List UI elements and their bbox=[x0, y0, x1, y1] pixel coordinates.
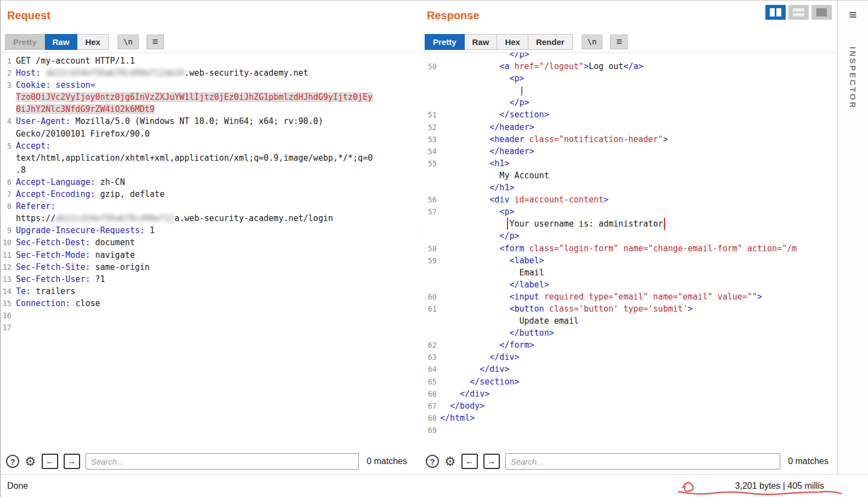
code-text: Tzo0OiJVc2VyIjoy0ntz0jg6InVzZXJuYW1lIjtz… bbox=[16, 91, 416, 103]
code-text: Update email bbox=[440, 315, 837, 327]
code-text: Sec-Fetch-Mode: navigate bbox=[16, 249, 416, 261]
tab-pretty[interactable]: Pretty bbox=[425, 34, 465, 50]
response-editor[interactable]: </p>50 <a href="/logout">Log out</a> <p>… bbox=[420, 52, 837, 449]
response-size-time: 3,201 bytes | 405 millis bbox=[735, 481, 824, 491]
code-text: Connection: close bbox=[16, 297, 416, 309]
request-search-input[interactable] bbox=[86, 453, 359, 470]
line-number: 68 bbox=[420, 412, 437, 424]
code-text: </label> bbox=[440, 279, 837, 291]
layout-rows-button[interactable] bbox=[788, 5, 809, 20]
layout-columns-button[interactable] bbox=[765, 5, 786, 20]
code-line: 11Sec-Fetch-Mode: navigate bbox=[1, 249, 416, 261]
code-line: 10Sec-Fetch-Dest: document bbox=[1, 236, 416, 248]
tab-pretty: Pretty bbox=[5, 34, 45, 50]
code-line: </button> bbox=[420, 327, 837, 339]
code-text: Accept-Encoding: gzip, deflate bbox=[16, 188, 416, 200]
layout-single-icon bbox=[816, 8, 827, 16]
layout-rows-icon bbox=[793, 8, 804, 16]
response-searchbar: ? ⚙ ← → 0 matches bbox=[420, 449, 837, 474]
code-text: My Account bbox=[440, 170, 837, 182]
response-search-input[interactable] bbox=[505, 453, 781, 470]
response-panel: Response PrettyRawHexRender \n ≡ </p>50 … bbox=[420, 1, 837, 474]
code-line: Gecko/20100101 Firefox/90.0 bbox=[1, 128, 416, 140]
search-settings-icon[interactable]: ⚙ bbox=[444, 455, 456, 468]
line-number: 64 bbox=[420, 363, 437, 375]
inspector-rail[interactable]: ≡ INSPECTOR bbox=[837, 1, 868, 474]
code-text: Accept-Language: zh-CN bbox=[16, 176, 416, 188]
code-text: </form> bbox=[440, 339, 837, 351]
response-menu-icon[interactable]: ≡ bbox=[610, 35, 628, 49]
splitter-grip-icon[interactable]: ⋮ bbox=[416, 227, 420, 231]
prev-match-button[interactable]: ← bbox=[461, 454, 478, 469]
status-bar: Done 3,201 bytes | 405 millis bbox=[1, 474, 868, 497]
code-line: 56 <div id=account-content> bbox=[420, 194, 837, 206]
request-menu-icon[interactable]: ≡ bbox=[146, 35, 164, 49]
line-number: 61 bbox=[420, 303, 437, 315]
help-icon[interactable]: ? bbox=[426, 455, 439, 468]
line-number bbox=[1, 164, 12, 176]
code-text: <header class="notification-header"> bbox=[440, 133, 837, 145]
line-number bbox=[420, 52, 437, 60]
line-number: 59 bbox=[420, 255, 437, 267]
tab-raw[interactable]: Raw bbox=[45, 34, 78, 50]
code-line: 6Accept-Language: zh-CN bbox=[1, 176, 416, 188]
code-line: text/html,application/xhtml+xml,applicat… bbox=[1, 152, 416, 164]
line-number bbox=[420, 230, 437, 242]
line-number bbox=[420, 315, 437, 327]
code-text: text/html,application/xhtml+xml,applicat… bbox=[16, 152, 416, 164]
code-line: https://ab12cd34ef56ab78cd90ef12a.web-se… bbox=[1, 212, 416, 224]
code-text: <p> bbox=[440, 206, 837, 218]
code-line: 61 <button class='button' type='submit'> bbox=[420, 303, 837, 315]
line-number: 14 bbox=[1, 285, 12, 297]
response-newline-toggle-button[interactable]: \n bbox=[582, 35, 603, 49]
code-text: Sec-Fetch-User: ?1 bbox=[16, 273, 416, 285]
line-number: 66 bbox=[420, 388, 437, 400]
next-match-button[interactable]: → bbox=[64, 454, 80, 469]
line-number: 57 bbox=[420, 206, 437, 218]
code-line: 12Sec-Fetch-Site: same-origin bbox=[1, 261, 416, 273]
tab-render[interactable]: Render bbox=[528, 34, 573, 50]
panel-splitter[interactable]: ⋮ bbox=[416, 1, 420, 474]
line-number: 15 bbox=[1, 297, 12, 309]
code-text: </body> bbox=[440, 400, 837, 412]
next-match-button[interactable]: → bbox=[483, 454, 500, 469]
code-text: 0iJhY2Nlc3NfdG9rZW4iO2k6MDt9 bbox=[16, 103, 416, 115]
tab-raw[interactable]: Raw bbox=[465, 34, 498, 50]
code-text: .8 bbox=[16, 164, 416, 176]
tab-hex[interactable]: Hex bbox=[77, 34, 109, 50]
code-text: <button class='button' type='submit'> bbox=[440, 303, 837, 315]
status-text: Done bbox=[7, 481, 28, 491]
code-line: 63 </div> bbox=[420, 351, 837, 363]
line-number: 5 bbox=[1, 140, 12, 152]
code-line: 51 </section> bbox=[420, 109, 837, 121]
code-text: </button> bbox=[440, 327, 837, 339]
request-editor[interactable]: 1GET /my-account HTTP/1.12Host: ab12cd34… bbox=[1, 52, 416, 449]
search-settings-icon[interactable]: ⚙ bbox=[25, 455, 36, 468]
line-number: 2 bbox=[1, 67, 12, 79]
code-text: Accept: bbox=[16, 140, 416, 152]
code-line: 3Cookie: session= bbox=[1, 79, 416, 91]
code-text: Your username is: administrator bbox=[440, 218, 837, 230]
code-line: 54 </header> bbox=[420, 145, 837, 157]
inspector-menu-icon[interactable]: ≡ bbox=[849, 8, 856, 21]
code-text: Sec-Fetch-Dest: document bbox=[16, 236, 416, 248]
response-tabbar: PrettyRawHexRender \n ≡ bbox=[420, 31, 837, 52]
line-number: 67 bbox=[420, 400, 437, 412]
code-text: <a href="/logout">Log out</a> bbox=[440, 60, 837, 72]
inspector-label[interactable]: INSPECTOR bbox=[848, 47, 858, 109]
help-icon[interactable]: ? bbox=[6, 455, 19, 468]
code-line: 66 </div> bbox=[420, 388, 837, 400]
prev-match-button[interactable]: ← bbox=[42, 454, 58, 469]
code-line: 62 </form> bbox=[420, 339, 837, 351]
line-number bbox=[420, 72, 437, 84]
line-number: 63 bbox=[420, 351, 437, 363]
request-newline-toggle-button[interactable]: \n bbox=[117, 35, 139, 49]
line-number bbox=[1, 212, 12, 224]
line-number bbox=[420, 267, 437, 279]
tab-hex[interactable]: Hex bbox=[497, 34, 528, 50]
code-line: 15Connection: close bbox=[1, 297, 416, 309]
line-number bbox=[420, 218, 437, 230]
line-number: 58 bbox=[420, 242, 437, 255]
code-text: Gecko/20100101 Firefox/90.0 bbox=[16, 128, 416, 140]
layout-single-button[interactable] bbox=[811, 5, 832, 20]
